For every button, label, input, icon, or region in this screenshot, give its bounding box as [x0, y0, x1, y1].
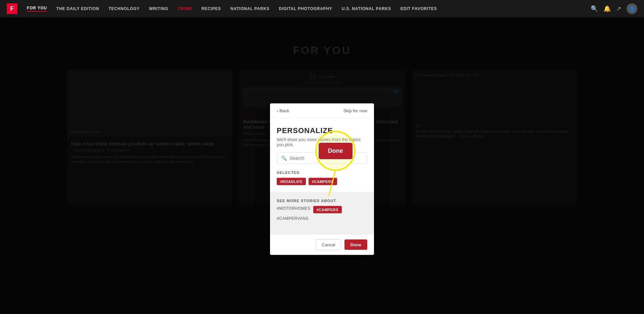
- see-more-label: SEE MORE STORIES ABOUT: [277, 198, 367, 202]
- search-icon[interactable]: 🔍: [591, 5, 598, 12]
- modal-gray-section: SEE MORE STORIES ABOUT #MOTORHOMES #CAMP…: [270, 192, 374, 234]
- nav-item-technology[interactable]: TECHNOLOGY: [109, 6, 140, 11]
- search-box: 🔍: [277, 152, 367, 164]
- modal-title: PERSONALIZE: [277, 126, 367, 135]
- nav-item-crime[interactable]: CRIME: [178, 6, 192, 11]
- notification-icon[interactable]: 🔔: [603, 5, 611, 12]
- avatar[interactable]: 👤: [627, 3, 637, 14]
- share-icon[interactable]: ↗: [616, 5, 621, 12]
- selected-tags-row: #ROADLIFE #CAMPERS: [277, 178, 367, 185]
- selected-tag-campers[interactable]: #CAMPERS: [309, 178, 337, 185]
- selected-tag-roadlife[interactable]: #ROADLIFE: [277, 178, 306, 185]
- nav-item-writing[interactable]: WRITING: [149, 6, 168, 11]
- suggested-tags-row: #MOTORHOMES #CAMPERS #CAMPERVANS: [277, 206, 367, 221]
- chevron-left-icon: ‹: [277, 108, 278, 113]
- modal-body: PERSONALIZE We'll show you more stories …: [270, 118, 374, 185]
- modal-skip-button[interactable]: Skip for now: [343, 108, 367, 113]
- nav-item-for-you[interactable]: FOR YOU: [27, 6, 47, 12]
- selected-label: SELECTED: [277, 170, 367, 174]
- modal-header: ‹ Back Skip for now: [270, 103, 374, 118]
- navbar: F FOR YOU THE DAILY EDITION TECHNOLOGY W…: [0, 0, 644, 17]
- modal-back-button[interactable]: ‹ Back: [277, 108, 289, 113]
- nav-right: 🔍 🔔 ↗ 👤: [591, 3, 637, 14]
- nav-item-daily-edition[interactable]: THE DAILY EDITION: [56, 6, 99, 11]
- suggested-tag-campervans[interactable]: #CAMPERVANS: [277, 216, 309, 221]
- search-input[interactable]: [289, 155, 363, 161]
- nav-item-recipes[interactable]: RECIPES: [202, 6, 221, 11]
- flipboard-logo[interactable]: F: [7, 3, 17, 14]
- suggested-tag-motorhomes[interactable]: #MOTORHOMES: [277, 206, 311, 213]
- personalize-modal: ‹ Back Skip for now PERSONALIZE We'll sh…: [270, 103, 374, 255]
- nav-item-us-national-parks[interactable]: U.S. NATIONAL PARKS: [342, 6, 391, 11]
- nav-item-digital-photography[interactable]: DIGITAL PHOTOGRAPHY: [279, 6, 332, 11]
- modal-subtitle: We'll show you more stories from the top…: [277, 137, 367, 147]
- modal-footer: Cancel Done: [270, 234, 374, 255]
- nav-item-edit-favorites[interactable]: EDIT FAVORITES: [400, 6, 437, 11]
- nav-item-national-parks[interactable]: NATIONAL PARKS: [230, 6, 270, 11]
- suggested-tag-campers[interactable]: #CAMPERS: [313, 206, 342, 213]
- done-button[interactable]: Done: [344, 239, 368, 250]
- search-icon: 🔍: [281, 155, 287, 161]
- cancel-button[interactable]: Cancel: [316, 239, 341, 250]
